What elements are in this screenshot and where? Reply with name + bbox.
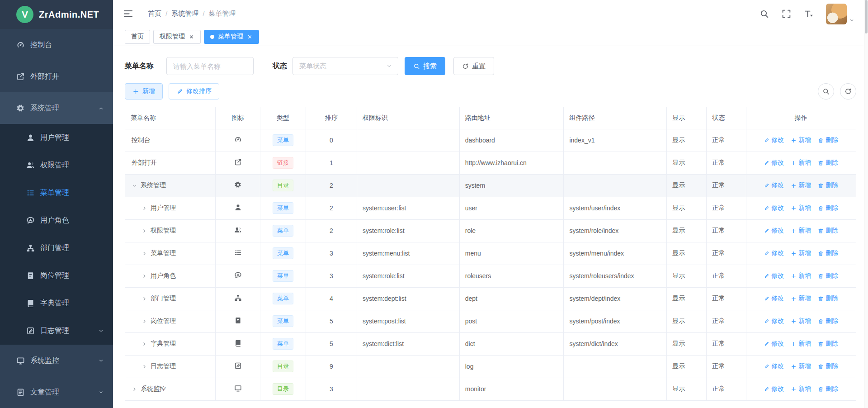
edit-button[interactable]: 修改 — [764, 227, 784, 235]
edit-sort-button[interactable]: 修改排序 — [169, 83, 219, 100]
add-child-button[interactable]: 新增 — [791, 181, 811, 190]
status-select[interactable]: 菜单状态 — [292, 57, 398, 75]
edit-button[interactable]: 修改 — [764, 317, 784, 325]
edit-button[interactable]: 修改 — [764, 272, 784, 280]
table-row[interactable]: 用户角色菜单3system:role:listroleuserssystem/r… — [125, 265, 856, 287]
expand-row-icon[interactable] — [142, 251, 147, 256]
breadcrumb-item[interactable]: 菜单管理 — [208, 9, 236, 18]
tab-menu[interactable]: 菜单管理 — [204, 30, 259, 44]
delete-button[interactable]: 删除 — [818, 272, 838, 280]
table-row[interactable]: 岗位管理菜单5system:post:listpostsystem/post/i… — [125, 310, 856, 332]
edit-button[interactable]: 修改 — [764, 385, 784, 393]
collapse-row-icon[interactable] — [132, 183, 137, 189]
table-row[interactable]: 日志管理目录9log显示正常修改新增删除 — [125, 355, 856, 378]
table-row[interactable]: 系统管理目录2system显示正常修改新增删除 — [125, 174, 856, 197]
delete-button[interactable]: 删除 — [818, 362, 838, 370]
add-child-button[interactable]: 新增 — [791, 317, 811, 325]
sidebar-item-post[interactable]: 岗位管理 — [0, 262, 113, 289]
sidebar-item-monitor[interactable]: 系统监控 — [0, 345, 113, 376]
edit-button[interactable]: 修改 — [764, 362, 784, 370]
close-icon[interactable] — [247, 34, 253, 40]
expand-row-icon[interactable] — [142, 205, 147, 211]
sidebar-item-dict[interactable]: 字典管理 — [0, 289, 113, 317]
user-menu[interactable] — [826, 4, 854, 24]
sidebar-item-menu[interactable]: 菜单管理 — [0, 179, 113, 207]
table-row[interactable]: 控制台菜单0dashboardindex_v1显示正常修改新增删除 — [125, 129, 856, 152]
sidebar-item-article[interactable]: 文章管理 — [0, 376, 113, 408]
add-child-button[interactable]: 新增 — [791, 340, 811, 348]
delete-button[interactable]: 删除 — [818, 249, 838, 257]
refresh-table-button[interactable] — [840, 83, 856, 100]
sidebar-item-log[interactable]: 日志管理 — [0, 317, 113, 345]
table-row[interactable]: 系统监控目录3monitor显示正常修改新增删除 — [125, 378, 856, 400]
trash-icon — [818, 183, 824, 189]
scrollbar-thumb[interactable] — [865, 0, 868, 33]
edit-button[interactable]: 修改 — [764, 181, 784, 190]
add-child-button[interactable]: 新增 — [791, 227, 811, 235]
expand-row-icon[interactable] — [142, 273, 147, 279]
expand-row-icon[interactable] — [142, 228, 147, 234]
user-avatar[interactable] — [826, 4, 847, 24]
edit-button[interactable]: 修改 — [764, 249, 784, 257]
breadcrumb-item[interactable]: 系统管理 — [171, 9, 198, 18]
delete-button[interactable]: 删除 — [818, 294, 838, 303]
menu-name-input[interactable] — [166, 57, 254, 75]
delete-button[interactable]: 删除 — [818, 317, 838, 325]
delete-button[interactable]: 删除 — [818, 159, 838, 167]
table-row[interactable]: 字典管理菜单5system:dict:listdictsystem/dict/i… — [125, 332, 856, 355]
sidebar-collapse-icon[interactable] — [123, 9, 133, 19]
add-child-button[interactable]: 新增 — [791, 272, 811, 280]
fullscreen-icon[interactable] — [782, 9, 791, 19]
reset-button[interactable]: 重置 — [453, 57, 494, 75]
expand-row-icon[interactable] — [142, 296, 147, 302]
add-child-button[interactable]: 新增 — [791, 362, 811, 370]
delete-button[interactable]: 删除 — [818, 385, 838, 393]
sidebar-item-dashboard[interactable]: 控制台 — [0, 29, 113, 61]
delete-button[interactable]: 删除 — [818, 204, 838, 212]
sidebar-item-system[interactable]: 系统管理 — [0, 92, 113, 124]
delete-button[interactable]: 删除 — [818, 340, 838, 348]
edit-button[interactable]: 修改 — [764, 294, 784, 303]
tab-role[interactable]: 权限管理 — [153, 30, 201, 44]
expand-row-icon[interactable] — [132, 386, 137, 392]
edit-button[interactable]: 修改 — [764, 204, 784, 212]
sidebar-item-dept[interactable]: 部门管理 — [0, 234, 113, 262]
sidebar-item-external[interactable]: 外部打开 — [0, 61, 113, 92]
delete-button[interactable]: 删除 — [818, 227, 838, 235]
expand-row-icon[interactable] — [142, 341, 147, 347]
scrollbar[interactable] — [864, 0, 868, 408]
table-row[interactable]: 菜单管理菜单3system:menu:listmenusystem/menu/i… — [125, 242, 856, 265]
add-child-button[interactable]: 新增 — [791, 204, 811, 212]
delete-button[interactable]: 删除 — [818, 181, 838, 190]
add-button[interactable]: 新增 — [125, 83, 163, 100]
add-child-button[interactable]: 新增 — [791, 136, 811, 144]
tab-home[interactable]: 首页 — [125, 30, 150, 44]
sidebar-item-roleusers[interactable]: 用户角色 — [0, 207, 113, 234]
table-row[interactable]: 部门管理菜单4system:dept:listdeptsystem/dept/i… — [125, 287, 856, 310]
sidebar-item-role[interactable]: 权限管理 — [0, 152, 113, 179]
table-row[interactable]: 外部打开链接1http://www.izhaorui.cn显示正常修改新增删除 — [125, 152, 856, 174]
expand-row-icon[interactable] — [142, 318, 147, 324]
cell-perm: system:role:list — [357, 265, 460, 287]
add-child-button[interactable]: 新增 — [791, 294, 811, 303]
search-icon[interactable] — [760, 9, 769, 19]
edit-button[interactable]: 修改 — [764, 159, 784, 167]
edit-button[interactable]: 修改 — [764, 136, 784, 144]
action-label: 删除 — [826, 362, 838, 370]
breadcrumb-item[interactable]: 首页 — [148, 9, 161, 18]
close-icon[interactable] — [189, 34, 194, 40]
action-label: 修改 — [771, 340, 784, 348]
search-button[interactable]: 搜索 — [405, 57, 445, 75]
font-size-icon[interactable] — [804, 9, 813, 19]
delete-button[interactable]: 删除 — [818, 136, 838, 144]
toggle-search-button[interactable] — [818, 83, 834, 100]
expand-row-icon[interactable] — [142, 364, 147, 370]
table-row[interactable]: 权限管理菜单2system:role:listrolesystem/role/i… — [125, 219, 856, 242]
add-child-button[interactable]: 新增 — [791, 159, 811, 167]
edit-button[interactable]: 修改 — [764, 340, 784, 348]
submenu-system: 用户管理权限管理菜单管理用户角色部门管理岗位管理字典管理日志管理 — [0, 124, 113, 345]
add-child-button[interactable]: 新增 — [791, 385, 811, 393]
sidebar-item-user[interactable]: 用户管理 — [0, 124, 113, 152]
table-row[interactable]: 用户管理菜单2system:user:listusersystem/user/i… — [125, 197, 856, 219]
add-child-button[interactable]: 新增 — [791, 249, 811, 257]
